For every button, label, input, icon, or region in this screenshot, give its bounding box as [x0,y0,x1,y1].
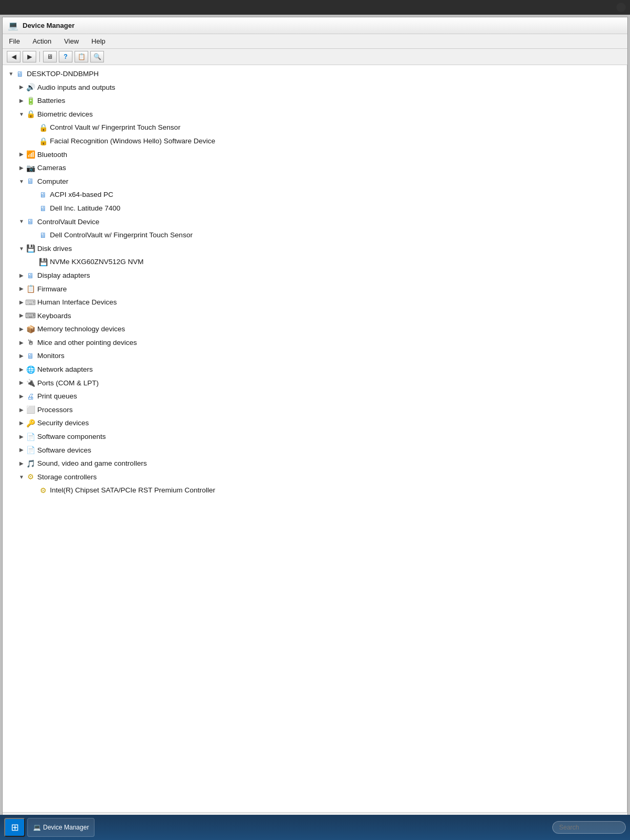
tree-item-hid[interactable]: ▶⌨Human Interface Devices [3,296,627,309]
tree-item-bluetooth[interactable]: ▶📶Bluetooth [3,148,627,162]
scan-button[interactable]: 🔍 [90,51,104,62]
taskbar-search[interactable] [552,821,626,834]
hid-icon: ⌨ [26,298,35,307]
leaf-spacer [30,123,38,132]
expand-icon[interactable]: ▶ [17,271,26,280]
tree-item-storage-1[interactable]: ⚙Intel(R) Chipset SATA/PCIe RST Premium … [3,484,627,497]
tree-item-software-dev[interactable]: ▶📄Software devices [3,444,627,457]
tree-item-controlvault[interactable]: ▼🖥ControlVault Device [3,215,627,229]
help-button[interactable]: ? [59,51,72,62]
expand-icon[interactable]: ▶ [17,419,26,427]
collapse-icon[interactable]: ▼ [17,245,26,253]
tree-item-ports[interactable]: ▶🔌Ports (COM & LPT) [3,376,627,390]
mice-icon: 🖱 [26,338,35,348]
tree-item-processors[interactable]: ▶⬜Processors [3,403,627,417]
controlvault-icon: 🖥 [26,217,35,226]
expand-icon[interactable]: ▶ [17,406,26,414]
keyboards-label: Keyboards [37,310,71,322]
processors-label: Processors [37,404,73,416]
expand-icon[interactable]: ▶ [17,164,26,172]
security-icon: 🔑 [26,418,35,428]
menu-view[interactable]: View [62,36,81,46]
expand-icon[interactable]: ▶ [17,325,26,333]
expand-icon[interactable]: ▶ [17,365,26,374]
tree-item-firmware[interactable]: ▶📋Firmware [3,282,627,296]
forward-button[interactable]: ▶ [23,51,36,62]
expand-icon[interactable]: ▶ [17,339,26,347]
software-dev-icon: 📄 [26,445,35,455]
collapse-icon[interactable]: ▼ [17,110,26,119]
tree-item-storage[interactable]: ▼⚙Storage controllers [3,470,627,484]
tree-item-keyboards[interactable]: ▶⌨Keyboards [3,309,627,323]
leaf-spacer [30,137,38,145]
storage-1-icon: ⚙ [38,486,48,495]
sound-icon: 🎵 [26,459,35,468]
expand-icon[interactable]: ▶ [17,285,26,293]
start-button[interactable]: ⊞ [4,818,25,837]
firmware-icon: 📋 [26,284,35,293]
expand-icon[interactable]: ▶ [17,311,26,320]
tree-item-sound[interactable]: ▶🎵Sound, video and game controllers [3,457,627,470]
expand-icon[interactable]: ▶ [17,298,26,307]
expand-icon[interactable]: ▶ [17,97,26,105]
expand-icon[interactable]: ▶ [17,83,26,91]
collapse-icon[interactable]: ▼ [17,217,26,226]
monitors-label: Monitors [37,350,65,362]
collapse-icon[interactable]: ▼ [17,473,26,481]
tree-item-print[interactable]: ▶🖨Print queues [3,390,627,403]
tree-item-root[interactable]: ▼🖥DESKTOP-DNDBMPH [3,67,627,81]
computer-icon: 🖥 [26,177,35,186]
tree-item-software-comp[interactable]: ▶📄Software components [3,430,627,444]
device-tree: ▼🖥DESKTOP-DNDBMPH▶🔊Audio inputs and outp… [3,65,627,812]
expand-icon[interactable]: ▶ [17,433,26,441]
tree-item-memory[interactable]: ▶📦Memory technology devices [3,322,627,336]
tree-item-mice[interactable]: ▶🖱Mice and other pointing devices [3,336,627,350]
tree-item-biometric-1[interactable]: 🔒Control Vault w/ Fingerprint Touch Sens… [3,121,627,134]
menu-help[interactable]: Help [89,36,108,46]
tree-item-computer-1[interactable]: 🖥ACPI x64-based PC [3,188,627,202]
tree-item-monitors[interactable]: ▶🖥Monitors [3,349,627,363]
tree-item-audio[interactable]: ▶🔊Audio inputs and outputs [3,81,627,94]
software-dev-label: Software devices [37,445,91,456]
computer-2-icon: 🖥 [38,204,48,213]
computer-2-label: Dell Inc. Latitude 7400 [50,203,120,214]
tree-item-disk[interactable]: ▼💾Disk drives [3,242,627,256]
ports-icon: 🔌 [26,378,35,387]
tree-item-biometric-2[interactable]: 🔒Facial Recognition (Windows Hello) Soft… [3,134,627,148]
cameras-icon: 📷 [26,163,35,173]
processors-icon: ⬜ [26,405,35,415]
taskbar-app[interactable]: 💻 Device Manager [27,818,94,837]
root-label: DESKTOP-DNDBMPH [27,68,99,80]
tree-item-batteries[interactable]: ▶🔋Batteries [3,94,627,108]
expand-icon[interactable]: ▶ [17,459,26,468]
collapse-icon[interactable]: ▼ [17,177,26,186]
taskbar: ⊞ 💻 Device Manager [0,815,630,840]
controlvault-1-label: Dell ControlVault w/ Fingerprint Touch S… [50,229,193,241]
monitors-icon: 🖥 [26,351,35,361]
tree-item-cameras[interactable]: ▶📷Cameras [3,161,627,175]
controlvault-1-icon: 🖥 [38,230,48,240]
tree-item-display[interactable]: ▶🖥Display adapters [3,269,627,282]
tree-item-controlvault-1[interactable]: 🖥Dell ControlVault w/ Fingerprint Touch … [3,228,627,242]
collapse-icon[interactable]: ▼ [7,70,15,78]
tree-item-security[interactable]: ▶🔑Security devices [3,416,627,430]
tree-item-computer[interactable]: ▼🖥Computer [3,175,627,188]
menu-file[interactable]: File [7,36,22,46]
expand-icon[interactable]: ▶ [17,379,26,387]
expand-icon[interactable]: ▶ [17,392,26,401]
expand-icon[interactable]: ▶ [17,446,26,454]
tree-item-computer-2[interactable]: 🖥Dell Inc. Latitude 7400 [3,202,627,215]
batteries-label: Batteries [37,95,65,107]
print-label: Print queues [37,391,77,402]
expand-icon[interactable]: ▶ [17,150,26,159]
menu-action[interactable]: Action [30,36,54,46]
computer-button[interactable]: 🖥 [43,51,57,62]
storage-icon: ⚙ [26,472,35,482]
properties-button[interactable]: 📋 [75,51,88,62]
tree-item-network[interactable]: ▶🌐Network adapters [3,363,627,376]
expand-icon[interactable]: ▶ [17,352,26,360]
back-button[interactable]: ◀ [7,51,20,62]
sound-label: Sound, video and game controllers [37,458,147,469]
tree-item-biometric[interactable]: ▼🔒Biometric devices [3,108,627,121]
tree-item-disk-1[interactable]: 💾NVMe KXG60ZNV512G NVM [3,255,627,269]
